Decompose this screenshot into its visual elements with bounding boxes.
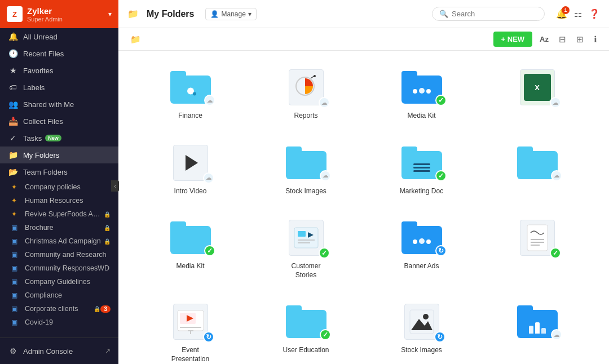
file-item-blank-folder[interactable]: ☁	[482, 137, 592, 202]
bell-icon: 🔔	[8, 32, 18, 41]
file-item-pdf[interactable]: ✓	[482, 212, 592, 285]
topbar: 📁 My Folders 👤 Manage ▾ 🔍 🔔 1 ⚏ ❓	[118, 0, 609, 28]
folder-icon: 📁	[8, 150, 18, 159]
tf-label-compliance: Compliance	[25, 291, 111, 299]
sidebar-item-compliance[interactable]: ▣ Compliance	[0, 288, 118, 302]
file-item-user-education[interactable]: ✓ User Education	[251, 296, 361, 364]
mountain-doc-icon	[404, 304, 439, 340]
file-item-stock-images-2[interactable]: ↻ Stock Images	[367, 296, 476, 364]
sidebar-item-company-policies[interactable]: ✦ Company policies	[0, 180, 118, 194]
help-button[interactable]: ❓	[589, 8, 600, 19]
search-input[interactable]	[452, 10, 537, 18]
manage-button[interactable]: 👤 Manage ▾	[205, 8, 256, 20]
file-item-event-presentation[interactable]: ↻ Event Presentation	[135, 296, 245, 364]
file-item-customer-stories[interactable]: ✓ Customer Stories	[251, 212, 361, 285]
finance-label: Finance	[178, 112, 202, 121]
check-icon: ✓	[8, 134, 18, 143]
search-bar[interactable]: 🔍	[432, 7, 545, 21]
sidebar-item-company-guidelines[interactable]: ▣ Company Guidelines	[0, 275, 118, 288]
file-item-reports[interactable]: ☁ Reports	[251, 62, 361, 126]
sidebar-item-community-research[interactable]: ▣ Community and Research	[0, 248, 118, 261]
tf-label-corporate-clients: Corporate clients	[25, 305, 91, 313]
page-title: My Folders	[147, 9, 194, 19]
marketing-doc-label: Marketing Doc	[400, 187, 443, 196]
folder-blue-icon: ▣	[11, 224, 20, 232]
reports-doc-icon	[289, 69, 324, 105]
cloud-badge-chart: ☁	[551, 329, 562, 340]
customer-stories-doc-icon	[289, 220, 324, 256]
app-name: Zylker	[27, 6, 63, 16]
main-content: 📁 My Folders 👤 Manage ▾ 🔍 🔔 1 ⚏ ❓ 📁 + NE…	[118, 0, 609, 364]
svg-rect-4	[298, 231, 306, 237]
sidebar-item-recent-files[interactable]: 🕐 Recent Files	[0, 45, 118, 62]
sort-az-button[interactable]: Az	[537, 33, 551, 45]
file-item-chart-folder[interactable]: ☁	[482, 296, 592, 364]
lock-icon: 🔒	[104, 211, 111, 217]
sidebar-item-christmas-ad[interactable]: ▣ Christmas Ad Campaign 🔒	[0, 234, 118, 248]
sidebar-item-all-unread[interactable]: 🔔 All Unread	[0, 28, 118, 45]
file-item-excel[interactable]: X ☁	[482, 62, 592, 126]
sidebar-item-community-responses[interactable]: ▣ Community ResponsesWD	[0, 261, 118, 275]
tf-label-brochure: Brochure	[25, 224, 102, 232]
customer-stories-label: Customer Stories	[281, 262, 332, 279]
xlsx-icon: X	[524, 74, 551, 101]
grid-apps-button[interactable]: ⚏	[574, 8, 582, 19]
chevron-down-icon[interactable]: ▾	[108, 10, 112, 18]
event-pres-doc-icon	[173, 304, 208, 340]
file-item-banner-ads[interactable]: ↻ Banner Ads	[367, 212, 476, 285]
sidebar-item-shared-with-me[interactable]: 👥 Shared with Me	[0, 96, 118, 113]
cloud-badge-blank: ☁	[551, 170, 562, 181]
check-badge-media-kit-2: ✓	[204, 245, 215, 256]
stock-images-2-label: Stock Images	[401, 346, 442, 355]
sidebar-item-human-resources[interactable]: ✦ Human Resources	[0, 194, 118, 207]
manage-label: Manage	[221, 10, 245, 18]
play-icon	[186, 155, 198, 171]
corporate-clients-badge: 3	[100, 305, 111, 313]
sidebar-item-favorites[interactable]: ★ Favorites	[0, 62, 118, 79]
user-education-label: User Education	[283, 346, 329, 355]
app-header[interactable]: Z Zylker Super Admin ▾	[0, 0, 118, 28]
sidebar-item-my-folders[interactable]: 📁 My Folders	[0, 147, 118, 163]
nav-label-labels: Labels	[23, 83, 45, 92]
folder-blue-icon-3: ▣	[11, 251, 20, 259]
sidebar-item-covid19[interactable]: ▣ Covid-19	[0, 316, 118, 329]
chevron-icon: ▾	[248, 10, 251, 18]
sidebar-item-revive-superfoods[interactable]: ✦ Revive SuperFoods Ad ... 🔒	[0, 207, 118, 221]
topbar-actions: 🔔 1 ⚏ ❓	[556, 8, 600, 19]
sidebar-item-corporate-clients[interactable]: ▣ Corporate clients 🔒 3	[0, 302, 118, 316]
settings-icon: ⚙	[8, 347, 18, 356]
cloud-badge: ☁	[204, 95, 215, 106]
sidebar-item-admin-console[interactable]: ⚙ Admin Console ↗	[0, 343, 118, 359]
tf-label-company-guidelines: Company Guidelines	[25, 278, 111, 286]
filter-button[interactable]: ⊟	[556, 33, 569, 46]
nav-label-favorites: Favorites	[23, 66, 53, 75]
sidebar-item-labels[interactable]: 🏷 Labels	[0, 79, 118, 96]
info-button[interactable]: ℹ	[591, 33, 600, 46]
new-button[interactable]: + NEW	[493, 32, 533, 47]
file-item-finance[interactable]: ☁ Finance	[135, 62, 245, 126]
breadcrumb-folder-button[interactable]: 📁	[127, 33, 144, 46]
sidebar-item-tasks[interactable]: ✓ Tasks New	[0, 130, 118, 147]
folder-blue-icon-2: ▣	[11, 237, 20, 245]
folder-blue-icon-4: ▣	[11, 264, 20, 272]
sidebar-item-collect-files[interactable]: 📥 Collect Files	[0, 113, 118, 130]
nav-label-team-folders: Team Folders	[23, 168, 68, 176]
notifications-button[interactable]: 🔔 1	[556, 8, 567, 19]
check-badge-customer-stories: ✓	[319, 247, 330, 259]
tf-label-community-research: Community and Research	[25, 251, 111, 259]
svg-rect-8	[527, 225, 548, 251]
star-icon: ★	[8, 66, 18, 75]
file-item-intro-video[interactable]: ☁ Intro Video	[135, 137, 245, 202]
file-item-marketing-doc[interactable]: ✓ Marketing Doc	[367, 137, 476, 202]
sidebar-collapse-button[interactable]: ‹	[111, 180, 119, 192]
manage-icon: 👤	[210, 10, 219, 18]
sidebar-item-team-folders[interactable]: 📂 Team Folders	[0, 163, 118, 180]
view-toggle-button[interactable]: ⊞	[573, 33, 586, 46]
search-icon: 🔍	[439, 10, 448, 18]
file-item-stock-images-1[interactable]: ☁ Stock Images	[251, 137, 361, 202]
sidebar-item-brochure[interactable]: ▣ Brochure 🔒	[0, 221, 118, 234]
clock-icon: 🕐	[8, 49, 18, 58]
file-item-media-kit-1[interactable]: ✓ Media Kit	[367, 62, 476, 126]
file-item-media-kit-2[interactable]: ✓ Media Kit	[135, 212, 245, 285]
folder-blue-icon-7: ▣	[11, 305, 20, 313]
